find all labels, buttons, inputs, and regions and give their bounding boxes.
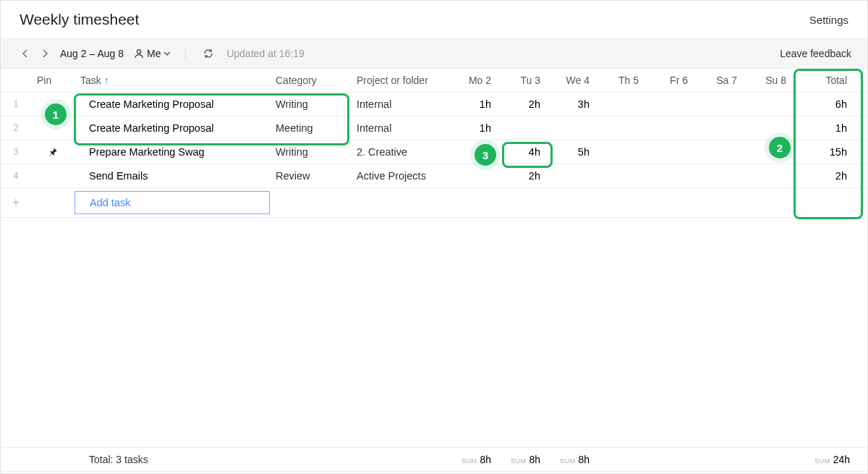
sort-asc-icon: ↑: [104, 75, 109, 86]
project-cell[interactable]: 2. Creative: [351, 140, 452, 164]
day-cell[interactable]: [649, 164, 698, 187]
col-day-su[interactable]: Su 8: [747, 69, 796, 92]
col-rownum: [1, 69, 31, 92]
row-number: 1: [1, 93, 31, 116]
user-icon: [134, 48, 144, 59]
day-cell[interactable]: 2h: [501, 93, 550, 116]
day-cell[interactable]: [600, 117, 649, 140]
day-cell[interactable]: 4h: [501, 140, 550, 164]
pin-icon: [48, 147, 58, 157]
day-cell[interactable]: [600, 140, 649, 164]
task-cell[interactable]: Create Marketing Proposal: [75, 117, 270, 140]
footer-day-sum: [698, 448, 747, 471]
col-category[interactable]: Category: [270, 69, 351, 92]
row-number: 2: [1, 117, 31, 140]
footer-total-label: Total: 3 tasks: [75, 448, 270, 471]
task-cell[interactable]: Send Emails: [75, 164, 270, 187]
pin-cell[interactable]: [31, 140, 75, 164]
user-label: Me: [147, 48, 161, 59]
updated-timestamp: Updated at 16:19: [226, 48, 304, 59]
date-range[interactable]: Aug 2 – Aug 8: [60, 48, 124, 59]
category-cell[interactable]: Review: [270, 164, 351, 187]
col-day-fr[interactable]: Fr 6: [649, 69, 698, 92]
app-frame: Weekly timesheet Settings Aug 2 – Aug 8 …: [0, 0, 868, 474]
project-cell[interactable]: Internal: [351, 93, 452, 116]
chevron-down-icon: [163, 51, 171, 56]
day-cell[interactable]: [600, 164, 649, 187]
col-project[interactable]: Project or folder: [351, 69, 452, 92]
col-day-we[interactable]: We 4: [550, 69, 600, 92]
project-cell[interactable]: Internal: [351, 117, 452, 140]
footer-row: Total: 3 tasks SUM8h SUM8h SUM8h SUM24h: [1, 448, 867, 472]
table-row: 1 Create Marketing Proposal Writing Inte…: [1, 93, 867, 117]
day-cell[interactable]: [698, 117, 747, 140]
day-cell[interactable]: [649, 140, 698, 164]
day-cell[interactable]: [698, 164, 747, 187]
day-cell[interactable]: [747, 164, 796, 187]
footer-bar: Total: 3 tasks SUM8h SUM8h SUM8h SUM24h: [1, 447, 867, 473]
table-row: 4 Send Emails Review Active Projects 2h …: [1, 164, 867, 188]
footer-day-sum: [747, 448, 796, 471]
footer-day-sum: SUM8h: [452, 448, 501, 471]
timesheet-grid: Pin Task ↑ Category Project or folder Mo…: [1, 69, 867, 473]
task-cell[interactable]: Prepare Marketing Swag: [75, 140, 270, 164]
day-cell[interactable]: [649, 93, 698, 116]
add-task-input[interactable]: Add task: [75, 191, 270, 214]
footer-day-sum: [649, 448, 698, 471]
leave-feedback-link[interactable]: Leave feedback: [780, 48, 851, 59]
row-total: 15h: [796, 140, 860, 164]
day-cell[interactable]: 1h: [452, 117, 501, 140]
col-total[interactable]: Total: [796, 69, 860, 92]
project-cell[interactable]: Active Projects: [351, 164, 452, 187]
col-day-sa[interactable]: Sa 7: [698, 69, 747, 92]
refresh-button[interactable]: [200, 46, 216, 62]
page-title: Weekly timesheet: [20, 11, 139, 28]
day-cell[interactable]: [501, 117, 550, 140]
footer-day-sum: SUM8h: [550, 448, 600, 471]
col-day-th[interactable]: Th 5: [600, 69, 649, 92]
day-cell[interactable]: [698, 93, 747, 116]
callout-badge-3: 3: [475, 144, 496, 166]
sum-label: SUM: [560, 457, 576, 465]
day-cell[interactable]: [452, 164, 501, 187]
day-cell[interactable]: [600, 93, 649, 116]
add-row-button[interactable]: +: [1, 188, 31, 217]
day-cell[interactable]: 2h: [501, 164, 550, 187]
table-row: 2 Create Marketing Proposal Meeting Inte…: [1, 117, 867, 140]
toolbar: Aug 2 – Aug 8 Me Updated at 16:19 Leave …: [1, 38, 867, 69]
pin-cell[interactable]: [31, 164, 75, 187]
day-cell[interactable]: 3h: [550, 93, 600, 116]
settings-link[interactable]: Settings: [809, 14, 848, 26]
user-selector[interactable]: Me: [134, 48, 171, 59]
col-pin[interactable]: Pin: [31, 69, 75, 92]
sum-label: SUM: [511, 457, 527, 465]
day-cell[interactable]: [747, 93, 796, 116]
day-cell[interactable]: [550, 164, 600, 187]
col-task[interactable]: Task ↑: [75, 69, 270, 92]
next-week-button[interactable]: [37, 46, 53, 62]
task-cell[interactable]: Create Marketing Proposal: [75, 93, 270, 116]
callout-badge-1: 1: [45, 103, 67, 125]
category-cell[interactable]: Writing: [270, 140, 351, 164]
day-cell[interactable]: [747, 117, 796, 140]
row-total: 2h: [796, 164, 860, 187]
col-day-tu[interactable]: Tu 3: [501, 69, 550, 92]
day-cell[interactable]: 1h: [452, 93, 501, 116]
pin-cell-empty: [31, 188, 75, 217]
category-cell[interactable]: Writing: [270, 93, 351, 116]
column-header-row: Pin Task ↑ Category Project or folder Mo…: [1, 69, 867, 93]
toolbar-separator: [185, 46, 186, 61]
svg-point-0: [137, 50, 140, 54]
day-cell[interactable]: [649, 117, 698, 140]
day-cell[interactable]: [698, 140, 747, 164]
grid-body: 1 Create Marketing Proposal Writing Inte…: [1, 93, 867, 447]
col-task-label: Task: [80, 75, 101, 86]
category-cell[interactable]: Meeting: [270, 117, 351, 140]
sum-label: SUM: [461, 457, 477, 465]
row-number: 4: [1, 164, 31, 187]
col-day-mo[interactable]: Mo 2: [452, 69, 501, 92]
day-cell[interactable]: 5h: [550, 140, 600, 164]
footer-grand-total: SUM24h: [796, 448, 860, 471]
day-cell[interactable]: [550, 117, 600, 140]
prev-week-button[interactable]: [17, 46, 33, 62]
